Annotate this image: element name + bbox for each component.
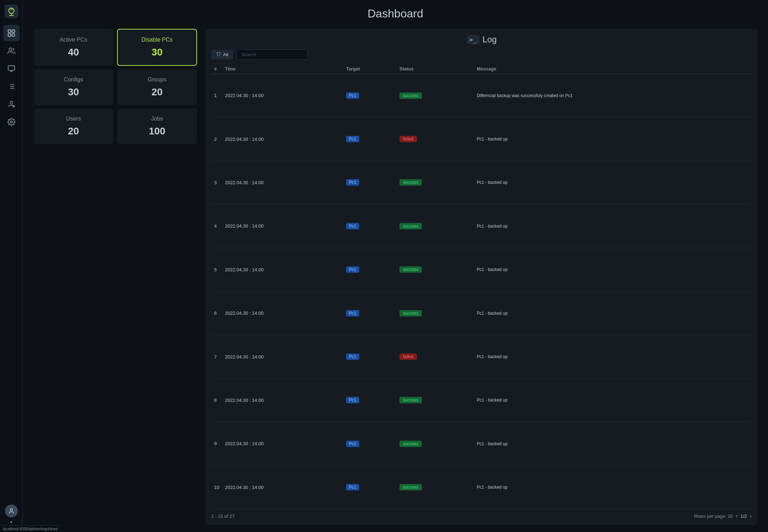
row-time: 2022.04.30 : 14:00 [222,74,343,117]
row-time: 2022.04.30 : 14:00 [222,465,343,509]
row-message: Pc1 - backed up [474,291,752,335]
log-table: # Time Target Status Message 12022.04.30… [211,64,752,509]
svg-point-20 [10,121,12,123]
stat-value-active-pcs: 40 [68,47,79,58]
search-input[interactable] [237,49,308,60]
sidebar-bottom: ▼ [5,505,18,528]
row-num: 10 [211,465,222,509]
sidebar-item-dashboard[interactable] [3,25,20,41]
row-message: Pc1 - backed up [474,465,752,509]
chevron-down-icon: ▼ [10,520,13,524]
col-message: Message [474,64,752,74]
table-row[interactable]: 12022.04.30 : 14:00Pc1successDifferncial… [211,74,752,117]
row-time: 2022.04.30 : 14:00 [222,291,343,335]
col-time: Time [222,64,343,74]
table-row[interactable]: 92022.04.30 : 14:00Pc1successPc1 - backe… [211,422,752,465]
sidebar-item-users[interactable] [3,43,20,59]
stat-value-jobs: 100 [149,126,165,137]
row-status: success [397,248,474,291]
sidebar-item-machines[interactable] [3,60,20,77]
svg-rect-7 [12,34,14,36]
row-num: 6 [211,291,222,335]
row-time: 2022.04.30 : 14:00 [222,378,343,422]
stat-value-configs: 30 [68,86,79,98]
stat-label-groups: Groups [148,76,166,83]
stat-value-disable-pcs: 30 [152,47,163,58]
log-table-body: 12022.04.30 : 14:00Pc1successDifferncial… [211,74,752,509]
stat-value-users: 20 [68,126,79,137]
row-status: success [397,161,474,204]
stat-card-jobs[interactable]: Jobs100 [117,108,197,144]
row-num: 8 [211,378,222,422]
row-target: Pc1 [343,161,397,204]
row-time: 2022.04.30 : 14:00 [222,161,343,204]
table-row[interactable]: 72022.04.30 : 14:00Pc1failedPc1 - backed… [211,335,752,378]
row-message: Pc1 - backed up [474,204,752,248]
sidebar-nav [3,25,20,505]
table-row[interactable]: 42022.04.30 : 14:00Pc1successPc1 - backe… [211,204,752,248]
svg-point-18 [10,101,12,104]
sidebar: ▼ [0,0,23,532]
log-panel: >_ Log ⛉ All # Time Target Status M [206,29,757,525]
app-logo[interactable] [4,4,19,19]
row-num: 4 [211,204,222,248]
row-status: success [397,291,474,335]
log-title: >_ Log [211,34,752,44]
stat-card-groups[interactable]: Groups20 [117,69,197,105]
row-target: Pc1 [343,291,397,335]
table-row[interactable]: 32022.04.30 : 14:00Pc1successPc1 - backe… [211,161,752,204]
sidebar-item-settings[interactable] [3,114,20,130]
row-message: Pc1 - backed up [474,161,752,204]
table-row[interactable]: 82022.04.30 : 14:00Pc1successPc1 - backe… [211,378,752,422]
stat-card-disable-pcs[interactable]: Disable PCs30 [117,29,197,66]
stat-label-disable-pcs: Disable PCs [141,37,173,43]
user-avatar[interactable] [5,505,18,517]
table-row[interactable]: 22022.04.30 : 14:00Pc1failedPc1 - backed… [211,117,752,161]
next-page-button[interactable]: › [750,513,752,519]
stat-card-users[interactable]: Users20 [33,108,113,144]
sidebar-item-admin[interactable] [3,96,20,112]
page-title: Dashboard [33,7,757,20]
prev-page-button[interactable]: ‹ [736,513,737,519]
col-target: Target [343,64,397,74]
row-num: 9 [211,422,222,465]
svg-rect-9 [8,66,14,70]
log-toolbar: ⛉ All [211,49,752,60]
stat-card-active-pcs[interactable]: Active PCs40 [33,29,113,66]
row-target: Pc1 [343,248,397,291]
row-message: Pc1 - backed up [474,378,752,422]
svg-rect-4 [8,30,10,32]
filter-icon: ⛉ [216,52,221,57]
row-target: Pc1 [343,335,397,378]
row-time: 2022.04.30 : 14:00 [222,117,343,161]
pagination-controls: Rows per page: 20 ‹ 1/2 › [694,513,752,519]
row-status: failed [397,335,474,378]
row-num: 5 [211,248,222,291]
row-num: 2 [211,117,222,161]
row-status: success [397,204,474,248]
filter-all-button[interactable]: ⛉ All [211,50,233,59]
stat-value-groups: 20 [152,86,163,98]
table-header: # Time Target Status Message [211,64,752,74]
row-status: success [397,465,474,509]
log-footer: 2 - 21 of 27 Rows per page: 20 ‹ 1/2 › [211,513,752,519]
current-page: 1/2 [741,514,747,519]
table-row[interactable]: 62022.04.30 : 14:00Pc1successPc1 - backe… [211,291,752,335]
table-row[interactable]: 102022.04.30 : 14:00Pc1successPc1 - back… [211,465,752,509]
row-status: failed [397,117,474,161]
table-row[interactable]: 52022.04.30 : 14:00Pc1successPc1 - backe… [211,248,752,291]
stat-label-active-pcs: Active PCs [59,37,87,43]
stat-label-configs: Configs [64,76,83,83]
row-target: Pc1 [343,204,397,248]
main-content: Dashboard Active PCs40Disable PCs30Confi… [23,0,768,532]
row-target: Pc1 [343,465,397,509]
sidebar-item-configs[interactable] [3,78,20,95]
svg-point-21 [10,509,12,511]
content-layout: Active PCs40Disable PCs30Configs30Groups… [33,29,757,525]
svg-rect-5 [12,30,14,32]
terminal-icon: >_ [466,35,480,44]
stat-label-users: Users [66,116,81,122]
stat-card-configs[interactable]: Configs30 [33,69,113,105]
row-time: 2022.04.30 : 14:00 [222,204,343,248]
url-bar: localhost:4200/admin/machines [0,525,60,532]
